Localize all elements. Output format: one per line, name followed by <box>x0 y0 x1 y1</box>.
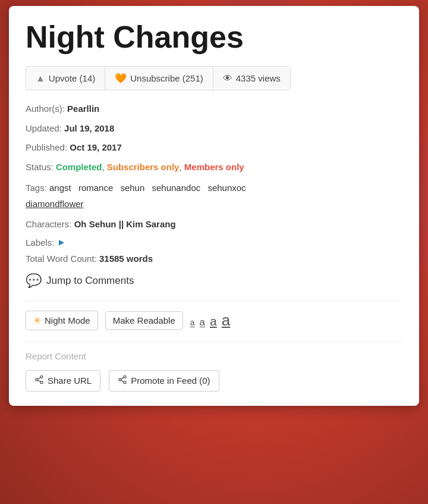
share-url-button[interactable]: Share URL <box>26 370 100 392</box>
promote-feed-button[interactable]: Promote in Feed (0) <box>109 370 219 392</box>
tool-bar: ✳ Night Mode Make Readable a a a a <box>26 311 402 330</box>
divider-1 <box>26 300 402 301</box>
tag-angst: angst <box>49 183 71 193</box>
unsubscribe-button[interactable]: 🧡 Unsubscribe (251) <box>105 67 213 90</box>
status-row: Status: Completed, Subscribers only, Mem… <box>26 161 402 174</box>
labels-row: Labels: ▶ <box>26 237 402 248</box>
comments-icon: 💬 <box>26 273 42 289</box>
font-size-medium-small[interactable]: a <box>200 317 205 328</box>
font-size-large[interactable]: a <box>222 311 230 330</box>
eye-icon: 👁 <box>223 73 232 84</box>
font-size-controls: a a a a <box>190 311 230 330</box>
updated-row: Updated: Jul 19, 2018 <box>26 122 402 136</box>
tag-diamondflower: diamondflower <box>26 199 84 209</box>
views-display: 👁 4335 views <box>213 67 290 90</box>
upvote-button[interactable]: ▲ Upvote (14) <box>26 67 105 90</box>
tag-sehunandoc: sehunandoc <box>152 183 200 193</box>
sun-icon: ✳ <box>33 315 41 326</box>
divider-2 <box>26 341 402 342</box>
svg-line-3 <box>38 380 41 382</box>
heart-icon: 🧡 <box>115 73 127 84</box>
story-card: Night Changes ▲ Upvote (14) 🧡 Unsubscrib… <box>9 6 419 406</box>
font-size-small[interactable]: a <box>190 318 195 327</box>
report-section: Report Content <box>26 351 402 362</box>
authors-row: Author(s): Pearllin <box>26 102 402 116</box>
word-count-row: Total Word Count: 31585 words <box>26 253 402 264</box>
share-icon <box>34 375 44 387</box>
create-label-button[interactable]: ▶ <box>59 238 67 246</box>
tag-sehunxoc: sehunxoc <box>207 183 246 193</box>
svg-line-4 <box>38 377 41 379</box>
make-readable-button[interactable]: Make Readable <box>105 311 183 330</box>
published-row: Published: Oct 19, 2017 <box>26 141 402 155</box>
meta-section: Author(s): Pearllin Updated: Jul 19, 201… <box>26 102 402 264</box>
tags-row: Tags: angst romance sehun sehunandoc seh… <box>26 180 402 212</box>
characters-row: Characters: Oh Sehun || Kim Sarang <box>26 218 402 231</box>
bottom-bar: Share URL Promote in Feed (0) <box>26 370 402 392</box>
tag-romance: romance <box>78 183 113 193</box>
svg-line-9 <box>121 377 124 379</box>
jump-to-comments-button[interactable]: 💬 Jump to Comments <box>26 273 134 289</box>
night-mode-button[interactable]: ✳ Night Mode <box>26 311 98 330</box>
upvote-icon: ▲ <box>36 73 45 84</box>
promote-icon <box>118 375 127 387</box>
triangle-right-icon: ▶ <box>59 238 64 246</box>
tag-sehun: sehun <box>120 183 144 193</box>
font-size-medium-large[interactable]: a <box>210 314 217 328</box>
action-bar: ▲ Upvote (14) 🧡 Unsubscribe (251) 👁 4335… <box>26 66 291 90</box>
svg-line-8 <box>121 380 124 382</box>
story-title: Night Changes <box>26 20 402 54</box>
